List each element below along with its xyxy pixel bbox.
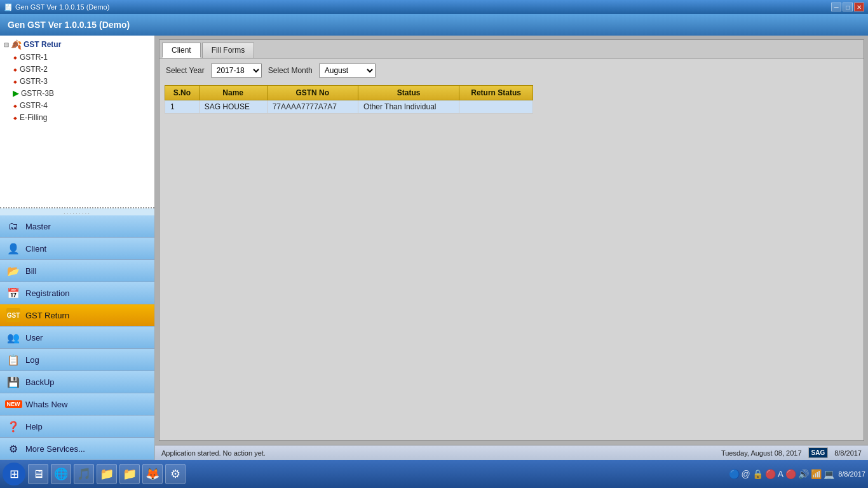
sidebar-item-gstr4[interactable]: ⬥ GSTR-4 <box>11 99 152 111</box>
sidebar-item-gstr3b[interactable]: ▶ GSTR-3B <box>11 87 152 99</box>
nav-master[interactable]: 🗂 Master <box>0 215 154 238</box>
more-services-icon: ⚙ <box>6 442 20 456</box>
taskbar-icon-folder1[interactable]: 📁 <box>97 464 117 484</box>
tray-icon-battery: 💻 <box>824 469 834 479</box>
gstr3-icon: ⬥ <box>13 76 18 86</box>
taskbar-icon-media[interactable]: 🎵 <box>74 464 94 484</box>
master-label: Master <box>25 222 51 231</box>
system-tray: 🔵 @ 🔒 🔴 A 🔴 🔊 📶 💻 <box>729 469 835 479</box>
year-select[interactable]: 2017-18 2016-17 2018-19 <box>211 64 262 78</box>
taskbar-icon-browser[interactable]: 🌐 <box>51 464 71 484</box>
tab-fill-forms-label: Fill Forms <box>212 46 245 55</box>
help-icon: ❓ <box>6 419 20 433</box>
tray-icon-2: @ <box>742 469 750 479</box>
minimize-button[interactable]: ─ <box>831 3 841 11</box>
nav-user[interactable]: 👥 User <box>0 327 154 349</box>
taskbar-icon-firefox[interactable]: 🦊 <box>142 464 163 484</box>
registration-label: Registration <box>25 288 69 298</box>
user-icon: 👥 <box>6 330 20 344</box>
col-return-status: Return Status <box>459 86 533 100</box>
new-badge: NEW <box>5 400 22 408</box>
efilling-label: E-Filling <box>20 113 47 122</box>
cell-sno: 1 <box>165 100 200 114</box>
backup-icon: 💾 <box>6 375 20 389</box>
app-container: Gen GST Ver 1.0.0.15 (Demo) ⊟ 🍂 GST Retu… <box>0 14 868 488</box>
clock-area: 8/8/2017 <box>838 470 865 478</box>
panel-inner: Client Fill Forms Select Year 2017-18 20… <box>159 39 864 441</box>
gst-return-label: GST Return <box>25 311 69 320</box>
gstr4-label: GSTR-4 <box>20 101 48 110</box>
maximize-button[interactable]: □ <box>843 3 853 11</box>
col-sno: S.No <box>165 86 200 100</box>
help-label: Help <box>25 422 43 431</box>
main-panel: Client Fill Forms Select Year 2017-18 20… <box>155 36 868 460</box>
tray-icon-5: A <box>778 469 783 479</box>
bill-icon: 📂 <box>6 264 20 278</box>
taskbar-icon-computer[interactable]: 🖥 <box>28 464 48 484</box>
nav-gst-return[interactable]: GST GST Return <box>0 304 154 327</box>
nav-registration[interactable]: 📅 Registration <box>0 282 154 304</box>
status-message: Application started. No action yet. <box>161 449 266 457</box>
col-name: Name <box>199 86 267 100</box>
tree-separator: ......... <box>0 208 154 215</box>
year-label: Select Year <box>166 66 205 75</box>
tab-client[interactable]: Client <box>162 43 201 58</box>
tray-icon-network: 📶 <box>811 469 822 479</box>
whats-new-label: Whats New <box>25 400 67 409</box>
tray-icon-1: 🔵 <box>729 469 740 479</box>
sidebar-item-gstr1[interactable]: ⬥ GSTR-1 <box>11 51 152 63</box>
table-row[interactable]: 1 SAG HOUSE 77AAAA7777A7A7 Other Than In… <box>165 100 533 114</box>
filter-bar: Select Year 2017-18 2016-17 2018-19 Sele… <box>159 58 864 83</box>
month-select[interactable]: JanuaryFebruaryMarch AprilMayJune JulyAu… <box>319 64 376 78</box>
tab-fill-forms[interactable]: Fill Forms <box>202 43 255 58</box>
cell-name: SAG HOUSE <box>199 100 267 114</box>
col-gstn: GSTN No <box>267 86 358 100</box>
sidebar-item-gstr2[interactable]: ⬥ GSTR-2 <box>11 63 152 75</box>
taskbar-icon-app[interactable]: ⚙ <box>165 464 186 484</box>
cell-status: Other Than Individual <box>358 100 459 114</box>
backup-label: BackUp <box>25 377 55 387</box>
start-button[interactable]: ⊞ <box>3 463 25 485</box>
log-icon: 📋 <box>6 353 20 367</box>
tree-root[interactable]: ⊟ 🍂 GST Retur <box>3 38 152 51</box>
tray-icon-volume[interactable]: 🔊 <box>798 469 809 479</box>
sidebar-item-gstr3[interactable]: ⬥ GSTR-3 <box>11 75 152 87</box>
title-bar-text: Gen GST Ver 1.0.0.15 (Demo) <box>15 3 109 11</box>
nav-help[interactable]: ❓ Help <box>0 416 154 438</box>
efilling-icon: ⬥ <box>13 112 18 122</box>
sidebar-item-efilling[interactable]: ⬥ E-Filling <box>11 111 152 123</box>
client-table: S.No Name GSTN No Status Return Status 1… <box>165 85 533 114</box>
status-datetime: Tuesday, August 08, 2017 <box>721 449 802 457</box>
tabs-bar: Client Fill Forms <box>159 40 864 58</box>
gstr3b-icon: ▶ <box>13 88 19 98</box>
nav-log[interactable]: 📋 Log <box>0 349 154 371</box>
nav-more-services[interactable]: ⚙ More Services... <box>0 438 154 460</box>
nav-client[interactable]: 👤 Client <box>0 238 154 260</box>
nav-whats-new[interactable]: NEW Whats New <box>0 393 154 416</box>
sidebar-tree: ⊟ 🍂 GST Retur ⬥ GSTR-1 ⬥ GSTR-2 ⬥ <box>0 36 154 208</box>
gstr4-icon: ⬥ <box>13 100 18 110</box>
tray-icon-6: 🔴 <box>785 469 796 479</box>
content-area: ⊟ 🍂 GST Retur ⬥ GSTR-1 ⬥ GSTR-2 ⬥ <box>0 36 868 460</box>
whats-new-icon: NEW <box>6 397 20 411</box>
collapse-icon: ⊟ <box>4 41 9 48</box>
master-icon: 🗂 <box>6 219 20 233</box>
month-label: Select Month <box>268 66 313 75</box>
table-container: S.No Name GSTN No Status Return Status 1… <box>159 83 864 440</box>
close-button[interactable]: ✕ <box>854 3 864 11</box>
gstr1-label: GSTR-1 <box>20 53 48 62</box>
sag-logo: SAG <box>808 447 829 458</box>
app-header: Gen GST Ver 1.0.0.15 (Demo) <box>0 14 868 36</box>
gstr3-label: GSTR-3 <box>20 77 48 86</box>
cell-gstn: 77AAAA7777A7A7 <box>267 100 358 114</box>
status-date-short: 8/8/2017 <box>834 449 862 457</box>
tree-root-label: GST Retur <box>24 40 61 49</box>
nav-bill[interactable]: 📂 Bill <box>0 260 154 282</box>
gstr2-icon: ⬥ <box>13 64 18 74</box>
nav-backup[interactable]: 💾 BackUp <box>0 371 154 393</box>
status-right: Tuesday, August 08, 2017 SAG 8/8/2017 <box>721 447 862 458</box>
more-services-label: More Services... <box>25 444 85 454</box>
user-label: User <box>25 333 43 342</box>
taskbar-icon-folder2[interactable]: 📁 <box>119 464 140 484</box>
col-status: Status <box>358 86 459 100</box>
